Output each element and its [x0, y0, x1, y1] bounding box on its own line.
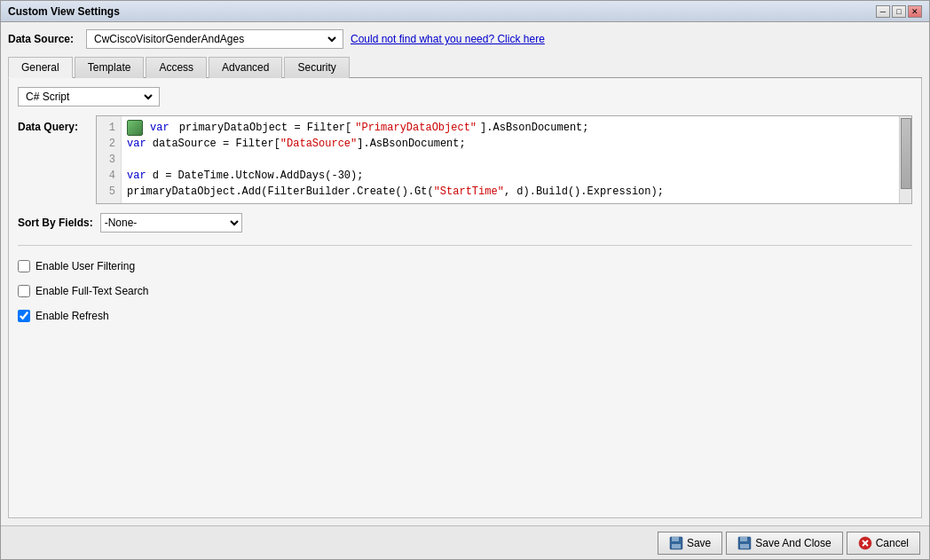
save-button[interactable]: Save [658, 532, 722, 555]
data-query-label: Data Query: [18, 115, 89, 133]
data-source-select[interactable]: CwCiscoVisitorGenderAndAges [86, 29, 343, 49]
enable-fulltext-label: Enable Full-Text Search [35, 285, 148, 297]
cancel-icon [858, 536, 872, 550]
save-close-icon [737, 536, 752, 550]
minimize-button[interactable]: ─ [876, 5, 890, 18]
sort-select-wrapper[interactable]: -None- [100, 213, 242, 233]
enable-fulltext-row: Enable Full-Text Search [18, 283, 912, 299]
line-numbers: 1 2 3 4 5 [97, 116, 122, 203]
sort-dropdown[interactable]: -None- [100, 213, 242, 233]
editor-container: 1 2 3 4 5 va [96, 115, 912, 204]
data-source-row: Data Source: CwCiscoVisitorGenderAndAges… [8, 29, 922, 49]
svg-rect-1 [672, 537, 679, 541]
title-bar: Custom View Settings ─ □ ✕ [1, 1, 929, 22]
footer: Save Save And Close Cancel [1, 525, 929, 559]
close-button[interactable]: ✕ [908, 5, 922, 18]
save-icon [669, 536, 683, 550]
window: Custom View Settings ─ □ ✕ Data Source: … [0, 0, 930, 560]
code-icon [127, 120, 143, 136]
enable-user-filtering-row: Enable User Filtering [18, 258, 912, 274]
script-type-dropdown[interactable]: C# Script [22, 90, 155, 104]
enable-user-filtering-label: Enable User Filtering [35, 260, 135, 272]
main-content: Data Source: CwCiscoVisitorGenderAndAges… [1, 22, 929, 525]
enable-refresh-row: Enable Refresh [18, 308, 912, 324]
code-line-1: var primaryDataObject = Filter["PrimaryD… [127, 120, 897, 136]
tab-access[interactable]: Access [146, 57, 207, 78]
save-and-close-button[interactable]: Save And Close [726, 532, 842, 555]
svg-rect-4 [740, 537, 747, 541]
tab-content-general: C# Script Data Query: 1 2 3 [8, 78, 922, 518]
cancel-label: Cancel [876, 537, 909, 549]
sort-label: Sort By Fields: [18, 217, 93, 229]
window-controls: ─ □ ✕ [876, 5, 922, 18]
script-type-row: C# Script [18, 87, 912, 106]
code-content[interactable]: var primaryDataObject = Filter["PrimaryD… [122, 116, 899, 203]
tab-general[interactable]: General [8, 57, 73, 78]
cancel-button[interactable]: Cancel [847, 532, 920, 555]
tab-template[interactable]: Template [75, 57, 145, 78]
help-link[interactable]: Could not find what you need? Click here [351, 33, 545, 45]
enable-user-filtering-checkbox[interactable] [18, 260, 30, 272]
window-title: Custom View Settings [8, 5, 120, 18]
scrollbar-thumb[interactable] [901, 118, 911, 189]
code-line-5: primaryDataObject.Add(FilterBuilder.Crea… [127, 184, 897, 200]
code-line-3 [127, 152, 897, 168]
save-label: Save [687, 537, 711, 549]
svg-rect-5 [740, 544, 749, 548]
data-source-dropdown[interactable]: CwCiscoVisitorGenderAndAges [91, 32, 339, 46]
tab-advanced[interactable]: Advanced [209, 57, 282, 78]
separator-1 [18, 245, 912, 246]
tabs-bar: General Template Access Advanced Securit… [8, 56, 922, 78]
sort-row: Sort By Fields: -None- [18, 213, 912, 233]
script-type-select-wrapper[interactable]: C# Script [18, 87, 160, 106]
code-line-4: var d = DateTime.UtcNow.AddDays(-30); [127, 168, 897, 184]
scrollbar-track[interactable] [899, 116, 911, 203]
code-editor[interactable]: 1 2 3 4 5 va [96, 115, 912, 204]
restore-button[interactable]: □ [892, 5, 906, 18]
enable-fulltext-checkbox[interactable] [18, 285, 30, 297]
svg-rect-2 [672, 544, 681, 548]
data-query-row: Data Query: 1 2 3 4 5 [18, 115, 912, 204]
save-and-close-label: Save And Close [755, 537, 831, 549]
enable-refresh-label: Enable Refresh [35, 310, 109, 322]
code-line-2: var dataSource = Filter["DataSource"].As… [127, 136, 897, 152]
data-source-label: Data Source: [8, 33, 79, 45]
tab-security[interactable]: Security [284, 57, 349, 78]
enable-refresh-checkbox[interactable] [18, 310, 30, 322]
